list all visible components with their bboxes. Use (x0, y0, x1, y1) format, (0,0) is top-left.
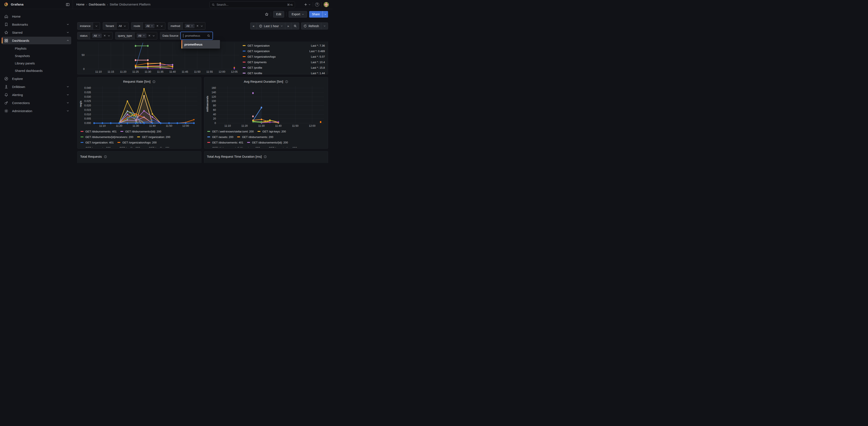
sidebar-item-administration[interactable]: Administration (2, 107, 71, 115)
remove-chip-icon[interactable] (98, 35, 100, 37)
legend-label[interactable]: GET /payments (248, 61, 267, 64)
sidebar-item-dashboards[interactable]: Dashboards (2, 37, 71, 44)
legend-label[interactable]: GET /organization (248, 50, 270, 53)
breadcrumb-item[interactable]: Stellar Disbursement Platform (110, 3, 151, 6)
export-button[interactable]: Export (289, 11, 307, 18)
sidebar-collapse-icon[interactable] (66, 3, 70, 6)
sidebar-item-alerting[interactable]: Alerting (2, 91, 71, 98)
sidebar-item-connections[interactable]: Connections (2, 99, 71, 106)
edit-button[interactable]: Edit (273, 11, 284, 18)
filter-value-dropdown[interactable] (93, 23, 100, 29)
legend-row: GET /assets: 200GET /disbursements: 200 (207, 134, 326, 140)
time-shift-back-button[interactable]: « (250, 23, 256, 29)
filter-value-dropdown[interactable]: All (143, 23, 165, 29)
avg-duration-plot[interactable]: 0 20 40 60 80 100 120 140 16011:1011:201… (206, 85, 326, 128)
legend-swatch[interactable] (243, 73, 246, 74)
sidebar-item-explore[interactable]: Explore (2, 75, 71, 83)
panel-title[interactable]: Total Requests (80, 155, 102, 158)
filter-chip[interactable]: All (145, 24, 154, 28)
user-avatar[interactable] (323, 2, 329, 7)
info-icon[interactable] (152, 80, 156, 83)
request-rate-plot[interactable]: 0.000 0.005 0.010 0.015 0.020 0.025 0.03… (79, 85, 199, 128)
legend-item[interactable]: GET /disbursements/{id}: 200 (120, 130, 161, 133)
legend-item[interactable]: GET /organization: 200 (137, 135, 170, 139)
legend-item[interactable]: GET /organization: 200 (264, 147, 297, 148)
datasource-input[interactable]: prometheus (181, 32, 212, 39)
legend-swatch[interactable] (243, 51, 246, 52)
sidebar-subitem-playlists[interactable]: Playlists (2, 45, 71, 52)
refresh-button[interactable]: Refresh (301, 23, 321, 29)
clear-filter-icon[interactable] (148, 34, 151, 37)
sidebar-subitem-library-panels[interactable]: Library panels (2, 60, 71, 67)
legend-swatch[interactable] (243, 62, 246, 63)
legend-label[interactable]: GET /profile (248, 66, 262, 69)
panel-title[interactable]: Avg Request Duration [5m] (244, 80, 283, 84)
legend-item[interactable]: GET /disbursements/{id}/receivers: 200 (207, 147, 260, 148)
filter-chip[interactable]: All (92, 33, 102, 38)
add-new-button[interactable] (304, 3, 311, 6)
info-icon[interactable] (264, 155, 267, 158)
remove-chip-icon[interactable] (191, 25, 193, 27)
sidebar-subitem-snapshots[interactable]: Snapshots (2, 52, 71, 60)
legend-item[interactable]: GET /payments: 200 (81, 147, 111, 148)
grafana-logo-icon[interactable] (3, 2, 9, 7)
clear-filter-icon[interactable] (156, 25, 159, 28)
clear-filter-icon[interactable] (196, 25, 199, 28)
star-dashboard-button[interactable] (265, 12, 269, 16)
legend-item[interactable]: GET /disbursements: 401 (207, 141, 243, 144)
remove-chip-icon[interactable] (151, 25, 153, 27)
legend-swatch[interactable] (243, 56, 246, 57)
filter-chip[interactable]: All (137, 33, 146, 38)
info-icon[interactable] (104, 155, 107, 158)
filter-value-dropdown[interactable]: All (183, 23, 205, 29)
legend-label[interactable]: GET /organization/logo (248, 55, 276, 58)
legend-item[interactable]: GET /disbursements: 401 (81, 130, 117, 133)
sidebar-item-starred[interactable]: Starred (2, 29, 71, 36)
legend-item[interactable]: GET /profile: 200 (115, 147, 140, 148)
info-icon[interactable] (285, 80, 288, 83)
legend-item[interactable]: GET /profile: 401 (144, 147, 169, 148)
legend-item[interactable]: GET /organization/logo: 200 (117, 141, 157, 144)
sidebar-item-home[interactable]: Home (2, 12, 71, 20)
datasource-option[interactable]: prometheus (181, 40, 220, 49)
legend-item[interactable]: GET /disbursements/{id}/receivers: 200 (81, 135, 133, 139)
text-caret (183, 34, 184, 37)
legend-item[interactable]: GET /.well-known/stellar.toml: 200 (207, 130, 254, 133)
legend-item[interactable]: GET /disbursements: 200 (237, 135, 273, 139)
time-range-picker[interactable]: Last 1 hour (257, 23, 285, 29)
zoom-out-button[interactable] (291, 23, 299, 29)
filter-value-dropdown[interactable]: All (134, 32, 157, 39)
share-menu-button[interactable] (322, 11, 328, 18)
cog-icon (4, 109, 9, 113)
panel-title[interactable]: Total Avg Request Time Duration [ms] (207, 155, 262, 158)
clear-filter-icon[interactable] (103, 34, 106, 37)
legend-swatch[interactable] (243, 45, 246, 46)
legend-item[interactable]: GET /organization: 401 (81, 141, 114, 144)
legend-label[interactable]: GET /organization (248, 44, 270, 47)
svg-text:11:30: 11:30 (258, 124, 265, 127)
search-input[interactable]: Search... ⌘+k (209, 1, 295, 8)
breadcrumb-item[interactable]: Dashboards (89, 3, 105, 6)
help-button[interactable]: ? (315, 3, 319, 6)
sidebar-item-bookmarks[interactable]: Bookmarks (2, 21, 71, 28)
sidebar-item-drilldown[interactable]: Drilldown (2, 83, 71, 91)
legend-value: Last *: 10.4 (311, 61, 325, 64)
panel-title[interactable]: Request Rate [5m] (123, 80, 151, 84)
refresh-interval-button[interactable] (321, 23, 328, 29)
legend-item[interactable]: GET /assets: 200 (207, 135, 233, 139)
sidebar-subitem-shared-dashboards[interactable]: Shared dashboards (2, 67, 71, 74)
legend-item[interactable]: GET /api-keys: 200 (257, 130, 286, 133)
filter-value-dropdown[interactable]: All (90, 32, 112, 39)
filter-value-dropdown[interactable]: All (117, 23, 128, 29)
star-icon (4, 30, 9, 35)
legend-swatch[interactable] (243, 67, 246, 68)
sidebar-item-label: Home (12, 14, 69, 18)
legend-label[interactable]: GET /profile (248, 72, 262, 74)
sidebar-item-label: Starred (12, 31, 66, 34)
remove-chip-icon[interactable] (143, 35, 145, 37)
filter-chip[interactable]: All (185, 24, 194, 28)
share-button[interactable]: Share (309, 11, 322, 18)
breadcrumb-item[interactable]: Home (76, 3, 85, 6)
legend-item[interactable]: GET /disbursements/{id}: 200 (247, 141, 288, 144)
time-shift-forward-button[interactable]: » (285, 23, 291, 29)
